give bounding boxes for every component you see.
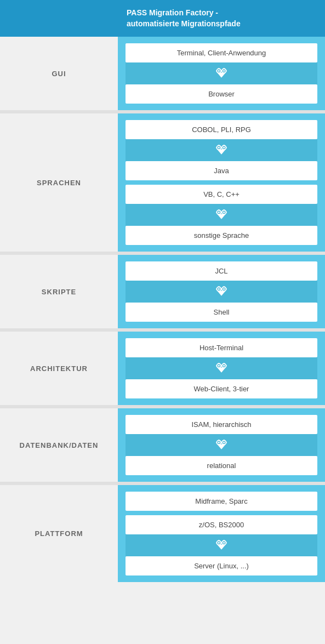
item-box-1-3: VB, C, C++ xyxy=(126,185,317,204)
svg-rect-9 xyxy=(224,68,225,69)
rows-container: GUITerminal, Client-Anwendung BrowserSPR… xyxy=(0,37,325,582)
row-0: GUITerminal, Client-Anwendung Browser xyxy=(0,37,325,113)
left-cell-1: SPRACHEN xyxy=(0,113,118,252)
header-title: PASS Migration Factory - automatisierte … xyxy=(127,8,316,29)
row-4: DATENBANK/DATENISAM, hierarchisch relati… xyxy=(0,408,325,485)
left-cell-4: DATENBANK/DATEN xyxy=(0,408,118,482)
item-box-2-0: JCL xyxy=(126,261,317,281)
svg-rect-63 xyxy=(221,365,223,366)
svg-rect-36 xyxy=(224,214,225,215)
svg-rect-11 xyxy=(221,70,223,71)
svg-rect-5 xyxy=(218,68,219,69)
row-label-5: PLATTFORM xyxy=(35,529,83,538)
svg-point-15 xyxy=(218,147,220,149)
arrow-block-3-1 xyxy=(126,357,317,379)
item-box-5-0: Midframe, Sparc xyxy=(126,492,317,511)
arrow-block-1-1 xyxy=(126,139,317,161)
row-5: PLATTFORMMidframe, Sparcz/OS, BS2000 Ser… xyxy=(0,485,325,582)
svg-rect-49 xyxy=(224,291,225,292)
svg-rect-51 xyxy=(226,288,227,289)
svg-point-28 xyxy=(218,212,220,213)
svg-rect-70 xyxy=(218,440,219,441)
svg-point-80 xyxy=(218,542,220,544)
right-cell-0: Terminal, Client-Anwendung Browser xyxy=(118,37,325,110)
item-box-0-2: Browser xyxy=(126,84,317,104)
item-box-4-0: ISAM, hierarchisch xyxy=(126,415,317,434)
left-cell-5: PLATTFORM xyxy=(0,485,118,582)
arrow-block-1-4 xyxy=(126,204,317,226)
header-right: PASS Migration Factory - automatisierte … xyxy=(118,0,325,37)
arrow-block-5-2 xyxy=(126,534,317,556)
item-box-4-2: relational xyxy=(126,456,317,475)
svg-rect-6 xyxy=(218,73,219,74)
item-box-2-2: Shell xyxy=(126,303,317,322)
svg-rect-23 xyxy=(224,150,225,151)
item-box-3-2: Web-Client, 3-tier xyxy=(126,379,317,398)
svg-rect-18 xyxy=(218,145,219,146)
svg-rect-37 xyxy=(221,212,223,213)
svg-rect-33 xyxy=(216,212,217,213)
svg-rect-84 xyxy=(218,545,219,546)
svg-rect-19 xyxy=(218,150,219,151)
item-box-1-2: Java xyxy=(126,161,317,180)
right-cell-3: Host-Terminal Web-Client, 3-tier xyxy=(118,332,325,405)
svg-rect-89 xyxy=(221,542,223,543)
svg-rect-20 xyxy=(216,147,217,148)
item-box-1-5: sonstige Sprache xyxy=(126,226,317,245)
svg-rect-72 xyxy=(216,442,217,443)
row-label-1: SPRACHEN xyxy=(37,179,81,187)
header-row: PASS Migration Factory - automatisierte … xyxy=(0,0,325,37)
right-cell-5: Midframe, Sparcz/OS, BS2000 Server (Linu… xyxy=(118,485,325,582)
main-table: PASS Migration Factory - automatisierte … xyxy=(0,0,325,582)
arrow-block-4-1 xyxy=(126,434,317,456)
item-box-1-0: COBOL, PLI, RPG xyxy=(126,120,317,139)
left-cell-2: SKRIPTE xyxy=(0,255,118,328)
svg-point-67 xyxy=(218,442,220,443)
svg-point-2 xyxy=(218,70,220,72)
row-3: ARCHITEKTURHost-Terminal Web-Client, 3-t… xyxy=(0,332,325,408)
svg-rect-48 xyxy=(224,286,225,287)
svg-rect-71 xyxy=(218,444,219,446)
right-cell-4: ISAM, hierarchisch relational xyxy=(118,408,325,482)
svg-rect-62 xyxy=(224,368,225,369)
svg-rect-61 xyxy=(224,363,225,364)
svg-rect-83 xyxy=(218,540,219,541)
item-box-3-0: Host-Terminal xyxy=(126,338,317,357)
svg-rect-45 xyxy=(218,291,219,292)
svg-rect-59 xyxy=(216,365,217,366)
svg-rect-22 xyxy=(224,145,225,146)
svg-rect-32 xyxy=(218,214,219,215)
svg-point-30 xyxy=(223,212,225,213)
svg-rect-31 xyxy=(218,209,219,210)
svg-rect-46 xyxy=(216,288,217,289)
svg-rect-57 xyxy=(218,363,219,364)
svg-point-41 xyxy=(218,288,220,290)
svg-rect-12 xyxy=(226,70,227,71)
right-cell-2: JCL Shell xyxy=(118,255,325,328)
right-cell-1: COBOL, PLI, RPG JavaVB, C, C++ xyxy=(118,113,325,252)
svg-rect-35 xyxy=(224,209,225,210)
arrow-block-0-1 xyxy=(126,62,317,84)
svg-rect-44 xyxy=(218,286,219,287)
svg-point-54 xyxy=(218,365,220,367)
svg-rect-10 xyxy=(224,73,225,74)
svg-rect-87 xyxy=(224,540,225,541)
svg-point-82 xyxy=(223,542,225,544)
svg-point-56 xyxy=(223,365,225,367)
left-cell-3: ARCHITEKTUR xyxy=(0,332,118,405)
item-box-5-3: Server (Linux, ...) xyxy=(126,556,317,575)
svg-rect-85 xyxy=(216,542,217,543)
svg-rect-90 xyxy=(226,542,227,543)
svg-rect-58 xyxy=(218,368,219,369)
svg-point-4 xyxy=(223,70,225,72)
svg-rect-38 xyxy=(226,212,227,213)
row-2: SKRIPTEJCL Shell xyxy=(0,255,325,332)
arrow-block-2-1 xyxy=(126,281,317,303)
item-box-5-1: z/OS, BS2000 xyxy=(126,515,317,534)
svg-point-43 xyxy=(223,288,225,290)
svg-rect-76 xyxy=(221,442,223,443)
row-label-2: SKRIPTE xyxy=(42,288,76,296)
svg-rect-64 xyxy=(226,365,227,366)
svg-rect-25 xyxy=(226,147,227,148)
svg-rect-75 xyxy=(224,444,225,446)
